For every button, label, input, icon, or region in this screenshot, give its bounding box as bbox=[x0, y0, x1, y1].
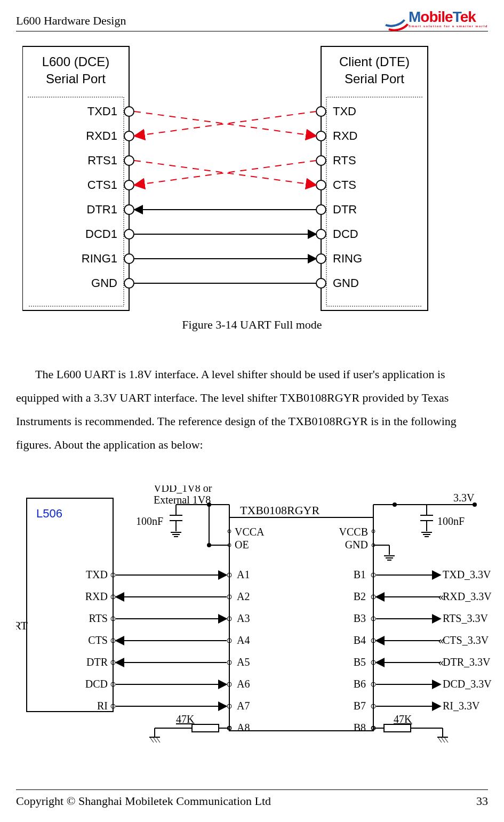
svg-text:3.3V: 3.3V bbox=[453, 492, 475, 504]
svg-text:CTS1: CTS1 bbox=[87, 178, 117, 191]
svg-text:B7: B7 bbox=[354, 700, 366, 712]
svg-text:VCCA: VCCA bbox=[235, 526, 265, 538]
svg-text:TXD: TXD bbox=[333, 105, 356, 118]
svg-point-80 bbox=[473, 502, 477, 507]
svg-point-23 bbox=[124, 205, 134, 214]
svg-text:100nF: 100nF bbox=[136, 515, 163, 527]
svg-text:Client (DTE): Client (DTE) bbox=[339, 54, 410, 69]
logo-tagline: Smart solution for a smarter world bbox=[409, 25, 488, 28]
figure-caption: Figure 3-14 UART Full mode bbox=[0, 318, 504, 332]
svg-point-19 bbox=[124, 180, 134, 190]
svg-text:B1: B1 bbox=[354, 569, 366, 580]
svg-point-36 bbox=[316, 278, 326, 288]
svg-text:A2: A2 bbox=[237, 590, 250, 602]
svg-text:UART: UART bbox=[16, 619, 28, 632]
svg-text:RI: RI bbox=[97, 700, 108, 712]
svg-text:47K: 47K bbox=[176, 713, 195, 725]
svg-text:RTS_3.3V: RTS_3.3V bbox=[443, 612, 488, 624]
svg-line-183 bbox=[441, 737, 445, 743]
svg-text:B4: B4 bbox=[354, 634, 366, 646]
svg-text:RING: RING bbox=[333, 252, 362, 265]
svg-text:A3: A3 bbox=[237, 612, 250, 624]
svg-text:Serial Port: Serial Port bbox=[46, 71, 106, 86]
svg-text:TXD_3.3V: TXD_3.3V bbox=[443, 569, 491, 580]
doc-title: L600 Hardware Design bbox=[16, 14, 126, 28]
svg-rect-176 bbox=[384, 724, 411, 732]
logo-char-m: M bbox=[409, 9, 420, 25]
svg-text:TXD1: TXD1 bbox=[87, 105, 117, 118]
svg-line-172 bbox=[150, 737, 154, 743]
svg-text:A4: A4 bbox=[237, 634, 250, 646]
page-footer: Copyright © Shanghai Mobiletek Communica… bbox=[16, 789, 488, 808]
svg-text:OE: OE bbox=[235, 539, 249, 550]
svg-text:RXD_3.3V: RXD_3.3V bbox=[443, 590, 492, 602]
svg-point-15 bbox=[124, 156, 134, 165]
logo-char-ek: ek bbox=[460, 9, 476, 25]
page: L600 Hardware Design MobileTek Smart sol… bbox=[0, 0, 504, 822]
svg-text:GND: GND bbox=[345, 539, 368, 550]
svg-text:L600 (DCE): L600 (DCE) bbox=[42, 54, 110, 69]
svg-text:DTR: DTR bbox=[333, 203, 357, 216]
level-shifter-diagram: L506 UART TXB0108RGYR VCCA VCCB OE GND V… bbox=[16, 485, 496, 768]
svg-line-184 bbox=[444, 737, 448, 743]
svg-point-24 bbox=[316, 205, 326, 214]
svg-point-12 bbox=[316, 131, 326, 141]
svg-point-32 bbox=[316, 254, 326, 264]
logo-char-obile: obile bbox=[420, 9, 452, 25]
logo-char-t: T bbox=[453, 9, 460, 25]
svg-text:B5: B5 bbox=[354, 656, 366, 668]
svg-text:L506: L506 bbox=[36, 507, 62, 520]
logo-swoosh-icon bbox=[381, 10, 406, 28]
body-paragraph: The L600 UART is 1.8V interface. A level… bbox=[16, 363, 488, 457]
svg-text:VDD_1V8 or: VDD_1V8 or bbox=[154, 485, 212, 494]
page-number: 33 bbox=[476, 794, 488, 808]
svg-point-28 bbox=[316, 229, 326, 239]
svg-point-8 bbox=[316, 107, 326, 116]
svg-text:GND: GND bbox=[333, 276, 359, 290]
svg-text:RTS: RTS bbox=[89, 612, 108, 624]
svg-text:DTR_3.3V: DTR_3.3V bbox=[443, 656, 491, 668]
svg-text:47K: 47K bbox=[394, 713, 412, 725]
svg-text:A5: A5 bbox=[237, 656, 250, 668]
svg-text:B6: B6 bbox=[354, 678, 366, 690]
svg-text:RI_3.3V: RI_3.3V bbox=[443, 700, 480, 712]
svg-text:RTS: RTS bbox=[333, 154, 356, 167]
svg-point-16 bbox=[316, 156, 326, 165]
svg-text:External 1V8: External 1V8 bbox=[154, 494, 211, 506]
svg-point-35 bbox=[124, 278, 134, 288]
svg-text:GND: GND bbox=[91, 276, 117, 290]
svg-text:B8: B8 bbox=[354, 722, 366, 733]
svg-point-7 bbox=[124, 107, 134, 116]
svg-text:RTS1: RTS1 bbox=[87, 154, 117, 167]
svg-text:DCD: DCD bbox=[333, 227, 358, 241]
svg-point-31 bbox=[124, 254, 134, 264]
mobiletek-logo: MobileTek Smart solution for a smarter w… bbox=[381, 10, 488, 28]
svg-text:DCD_3.3V: DCD_3.3V bbox=[443, 678, 492, 690]
uart-full-mode-diagram: L600 (DCE) Serial Port Client (DTE) Seri… bbox=[22, 44, 429, 313]
svg-text:TXB0108RGYR: TXB0108RGYR bbox=[240, 504, 319, 517]
svg-text:DCD1: DCD1 bbox=[85, 227, 117, 241]
svg-text:A6: A6 bbox=[237, 678, 250, 690]
svg-line-182 bbox=[438, 737, 442, 743]
svg-text:TXD: TXD bbox=[86, 569, 108, 580]
svg-text:100nF: 100nF bbox=[437, 515, 465, 527]
svg-text:RXD: RXD bbox=[333, 129, 357, 142]
page-header: L600 Hardware Design MobileTek Smart sol… bbox=[16, 10, 488, 31]
svg-point-20 bbox=[316, 180, 326, 190]
svg-text:A7: A7 bbox=[237, 700, 250, 712]
svg-text:CTS_3.3V: CTS_3.3V bbox=[443, 634, 489, 646]
svg-text:VCCB: VCCB bbox=[339, 526, 368, 538]
copyright: Copyright © Shanghai Mobiletek Communica… bbox=[16, 794, 271, 808]
svg-text:A8: A8 bbox=[237, 722, 250, 733]
svg-text:B3: B3 bbox=[354, 612, 366, 624]
svg-text:DTR1: DTR1 bbox=[87, 203, 117, 216]
svg-text:RING1: RING1 bbox=[82, 252, 117, 265]
svg-point-27 bbox=[124, 229, 134, 239]
svg-text:RXD: RXD bbox=[85, 590, 108, 602]
svg-line-173 bbox=[153, 737, 157, 743]
svg-text:DTR: DTR bbox=[86, 656, 108, 668]
svg-text:Serial Port: Serial Port bbox=[345, 71, 404, 86]
svg-rect-166 bbox=[192, 724, 219, 732]
svg-text:DCD: DCD bbox=[85, 678, 108, 690]
svg-text:CTS: CTS bbox=[333, 178, 356, 191]
